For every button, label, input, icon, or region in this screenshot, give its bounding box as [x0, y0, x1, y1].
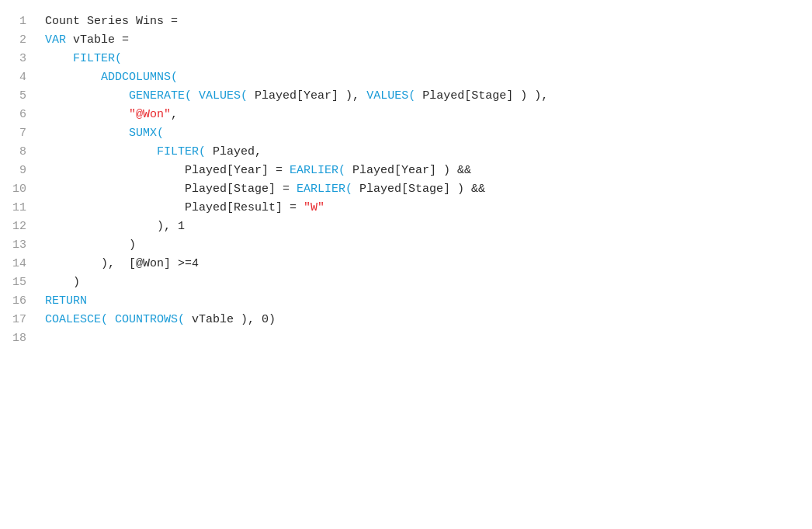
line-number-9: 9 — [12, 162, 26, 180]
code-line-10: Played[Stage] = EARLIER( Played[Stage] )… — [45, 180, 812, 199]
code-line-18: COALESCE( COUNTROWS( vTable ), 0) — [45, 311, 812, 329]
token: ADDCOLUMNS( — [45, 71, 178, 84]
token: ), — [345, 89, 359, 103]
line-number-6: 6 — [12, 106, 26, 124]
token: SUMX( — [45, 127, 164, 140]
line-number-11: 11 — [12, 199, 26, 218]
token: "@Won" — [129, 108, 171, 121]
token: vTable ), 0 — [185, 313, 269, 326]
token: "W" — [304, 201, 324, 214]
token: Played[Year] — [248, 89, 345, 103]
token: ), 1 — [45, 220, 185, 233]
code-line-9: Played[Year] = EARLIER( Played[Year] ) &… — [45, 162, 812, 180]
token: VALUES( — [359, 89, 415, 103]
code-line-2: VAR vTable = — [45, 31, 812, 50]
token: , — [171, 108, 178, 121]
line-number-2: 2 — [12, 31, 26, 50]
token: Played[Stage] — [415, 89, 520, 103]
token: EARLIER( — [297, 183, 352, 196]
token — [45, 108, 129, 121]
code-editor: 123456789101112131415161718 Count Series… — [0, 0, 812, 529]
line-number-7: 7 — [12, 124, 26, 143]
token: ) — [45, 276, 80, 289]
token: Played[Year] ) && — [345, 164, 471, 177]
code-line-17: RETURN — [45, 292, 812, 311]
line-number-10: 10 — [12, 180, 26, 199]
code-line-5: GENERATE( VALUES( Played[Year] ), VALUES… — [45, 87, 812, 106]
line-number-15: 15 — [12, 273, 26, 292]
code-line-14: ), [@Won] >=4 — [45, 255, 812, 273]
token: Played[Year] = — [45, 164, 290, 177]
token: RETURN — [45, 294, 87, 308]
token: = — [164, 15, 178, 28]
token: ) — [269, 313, 276, 326]
token: FILTER( — [45, 52, 122, 65]
line-number-17: 17 — [12, 311, 26, 329]
token: vTable = — [66, 33, 129, 47]
token: EARLIER( — [290, 164, 345, 177]
line-number-13: 13 — [12, 236, 26, 255]
line-number-4: 4 — [12, 68, 26, 87]
code-line-1: Count Series Wins = — [45, 12, 812, 31]
line-number-16: 16 — [12, 292, 26, 311]
line-number-1: 1 — [12, 12, 26, 31]
token: Played[Result] = — [45, 201, 304, 214]
line-number-12: 12 — [12, 218, 26, 236]
code-line-6: "@Won", — [45, 106, 812, 124]
code-line-13: ) — [45, 236, 812, 255]
token: VALUES( — [199, 89, 248, 103]
token: VAR — [45, 33, 66, 47]
code-line-11: Played[Result] = "W" — [45, 199, 812, 218]
token: Played[Stage] = — [45, 183, 297, 196]
token: FILTER( — [45, 145, 206, 158]
code-line-12: ), 1 — [45, 218, 812, 236]
token: GENERATE( — [45, 89, 199, 103]
token: COUNTROWS( — [108, 313, 185, 326]
line-number-5: 5 — [12, 87, 26, 106]
code-line-7: SUMX( — [45, 124, 812, 143]
line-number-18: 18 — [12, 329, 26, 348]
code-line-4: ADDCOLUMNS( — [45, 68, 812, 87]
line-number-8: 8 — [12, 143, 26, 162]
token: COALESCE( — [45, 313, 108, 326]
token: Played, — [206, 145, 262, 158]
line-number-gutter: 123456789101112131415161718 — [0, 12, 39, 517]
code-content: Count Series Wins =VAR vTable = FILTER( … — [39, 12, 812, 517]
token: ), [@Won] >=4 — [45, 257, 199, 270]
line-number-14: 14 — [12, 255, 26, 273]
code-line-15: ) — [45, 273, 812, 292]
token: ) ), — [520, 89, 548, 103]
token: Played[Stage] ) && — [352, 183, 485, 196]
line-number-3: 3 — [12, 50, 26, 68]
code-line-3: FILTER( — [45, 50, 812, 68]
token: Count Series Wins — [45, 15, 164, 28]
code-line-8: FILTER( Played, — [45, 143, 812, 162]
token: ) — [45, 238, 136, 252]
